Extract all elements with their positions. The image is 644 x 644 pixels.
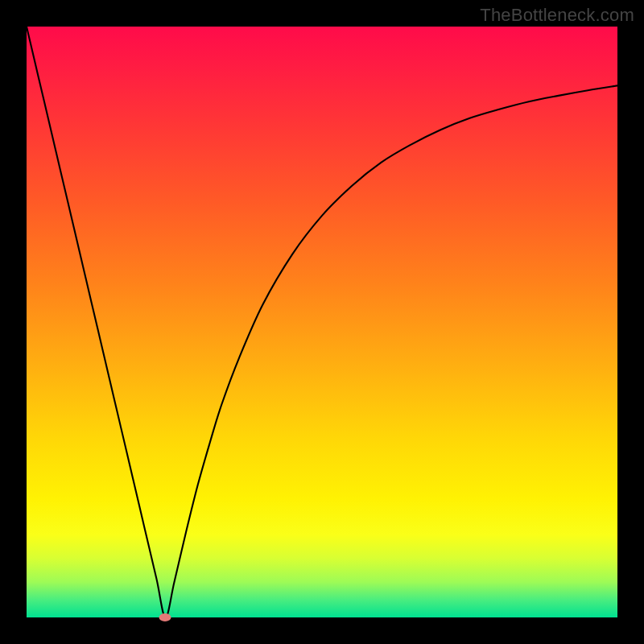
bottleneck-curve <box>27 27 617 617</box>
plot-area <box>27 27 617 617</box>
watermark-text: TheBottleneck.com <box>480 5 634 26</box>
chart-frame: TheBottleneck.com <box>0 0 644 644</box>
minimum-marker <box>159 613 171 621</box>
